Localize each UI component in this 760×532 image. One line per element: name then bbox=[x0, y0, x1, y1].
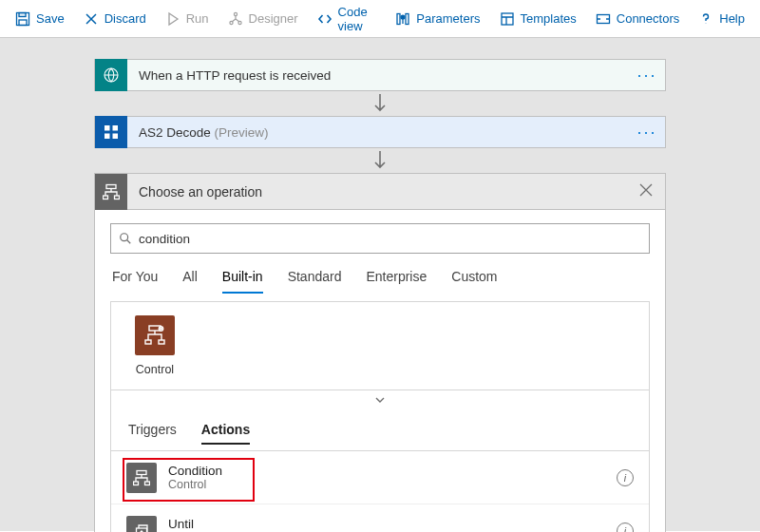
condition-icon bbox=[126, 463, 157, 493]
templates-icon bbox=[500, 11, 515, 27]
as2-step[interactable]: AS2 Decode (Preview) ··· bbox=[94, 116, 666, 148]
parameters-icon bbox=[395, 11, 410, 27]
expand-chevron[interactable] bbox=[111, 390, 649, 408]
label: Code view bbox=[338, 5, 377, 33]
picker-title: Choose an operation bbox=[127, 184, 627, 200]
search-field[interactable] bbox=[139, 232, 641, 246]
designer-icon bbox=[228, 11, 243, 27]
discard-icon bbox=[84, 11, 99, 27]
label: Parameters bbox=[416, 11, 480, 26]
until-icon bbox=[126, 516, 157, 533]
svg-rect-22 bbox=[159, 340, 164, 344]
tab-triggers[interactable]: Triggers bbox=[128, 422, 177, 445]
tab-standard[interactable]: Standard bbox=[288, 269, 342, 294]
step-title: When a HTTP request is received bbox=[127, 68, 629, 83]
svg-rect-15 bbox=[113, 134, 119, 140]
picker-header: Choose an operation bbox=[95, 174, 665, 210]
trigger-step[interactable]: When a HTTP request is received ··· bbox=[94, 59, 666, 91]
tab-actions[interactable]: Actions bbox=[201, 422, 250, 445]
label: Discard bbox=[104, 11, 146, 26]
svg-point-19 bbox=[121, 234, 128, 241]
svg-rect-6 bbox=[397, 13, 400, 24]
trigger-action-tabs: Triggers Actions bbox=[124, 422, 636, 450]
svg-rect-16 bbox=[106, 184, 116, 188]
http-icon bbox=[95, 59, 127, 91]
arrow-icon bbox=[94, 148, 666, 173]
svg-rect-1 bbox=[19, 12, 26, 16]
svg-point-8 bbox=[401, 15, 405, 19]
connector-control[interactable]: Control bbox=[124, 315, 185, 376]
help-icon bbox=[698, 11, 713, 27]
search-icon bbox=[119, 232, 132, 245]
control-icon bbox=[135, 315, 175, 355]
svg-rect-13 bbox=[113, 125, 119, 131]
info-icon[interactable]: i bbox=[617, 469, 634, 486]
info-icon[interactable]: i bbox=[617, 522, 634, 533]
svg-point-3 bbox=[234, 12, 237, 15]
codeview-button[interactable]: Code view bbox=[308, 0, 387, 38]
run-button: Run bbox=[156, 0, 218, 38]
search-input[interactable] bbox=[110, 223, 650, 254]
svg-rect-26 bbox=[145, 482, 150, 485]
svg-rect-2 bbox=[19, 20, 27, 26]
category-tabs: For You All Built-in Standard Enterprise… bbox=[110, 269, 650, 294]
designer-canvas: When a HTTP request is received ··· AS2 … bbox=[0, 38, 760, 531]
tab-custom[interactable]: Custom bbox=[451, 269, 497, 294]
action-list: Condition Control i Until Control bbox=[111, 450, 649, 532]
toolbar: Save Discard Run Designer Code view Para… bbox=[0, 0, 760, 38]
label: Help bbox=[719, 11, 745, 26]
connectors-icon bbox=[596, 11, 611, 27]
connector-grid: Control Triggers Actions bbox=[110, 301, 650, 532]
label: Save bbox=[36, 11, 65, 26]
label: Templates bbox=[521, 11, 577, 26]
svg-rect-9 bbox=[502, 13, 513, 25]
action-sub: Control bbox=[168, 478, 617, 491]
as2-icon bbox=[95, 116, 127, 148]
step-more-button[interactable]: ··· bbox=[629, 66, 665, 86]
arrow-icon bbox=[94, 91, 666, 116]
save-icon bbox=[15, 11, 30, 27]
svg-rect-18 bbox=[115, 196, 120, 200]
label: Designer bbox=[249, 11, 298, 26]
connector-label: Control bbox=[124, 363, 185, 376]
svg-rect-17 bbox=[104, 196, 108, 200]
tab-all[interactable]: All bbox=[182, 269, 198, 294]
label: Run bbox=[186, 11, 209, 26]
connectors-button[interactable]: Connectors bbox=[586, 0, 689, 38]
svg-rect-24 bbox=[137, 470, 146, 474]
step-title: AS2 Decode (Preview) bbox=[127, 125, 629, 140]
svg-rect-12 bbox=[104, 125, 110, 131]
run-icon bbox=[165, 11, 180, 27]
label: Connectors bbox=[617, 11, 679, 26]
svg-rect-7 bbox=[406, 13, 408, 24]
help-button[interactable]: Help bbox=[689, 0, 754, 38]
tab-enterprise[interactable]: Enterprise bbox=[366, 269, 427, 294]
tab-built-in[interactable]: Built-in bbox=[222, 269, 263, 294]
action-name: Condition bbox=[168, 464, 617, 478]
step-more-button[interactable]: ··· bbox=[629, 123, 665, 142]
codeview-icon bbox=[317, 11, 332, 27]
operation-picker: Choose an operation For You All Built-in… bbox=[94, 173, 666, 532]
save-button[interactable]: Save bbox=[6, 0, 74, 38]
tab-for-you[interactable]: For You bbox=[112, 269, 158, 294]
close-button[interactable] bbox=[627, 181, 665, 201]
action-until[interactable]: Until Control i bbox=[111, 504, 649, 532]
action-name: Until bbox=[168, 517, 617, 531]
templates-button[interactable]: Templates bbox=[490, 0, 586, 38]
discard-button[interactable]: Discard bbox=[74, 0, 156, 38]
operation-icon bbox=[95, 174, 127, 210]
parameters-button[interactable]: Parameters bbox=[386, 0, 489, 38]
action-condition[interactable]: Condition Control i bbox=[111, 451, 649, 504]
svg-rect-14 bbox=[104, 134, 110, 140]
svg-rect-21 bbox=[145, 340, 151, 344]
designer-button: Designer bbox=[218, 0, 308, 38]
svg-rect-25 bbox=[134, 482, 139, 485]
